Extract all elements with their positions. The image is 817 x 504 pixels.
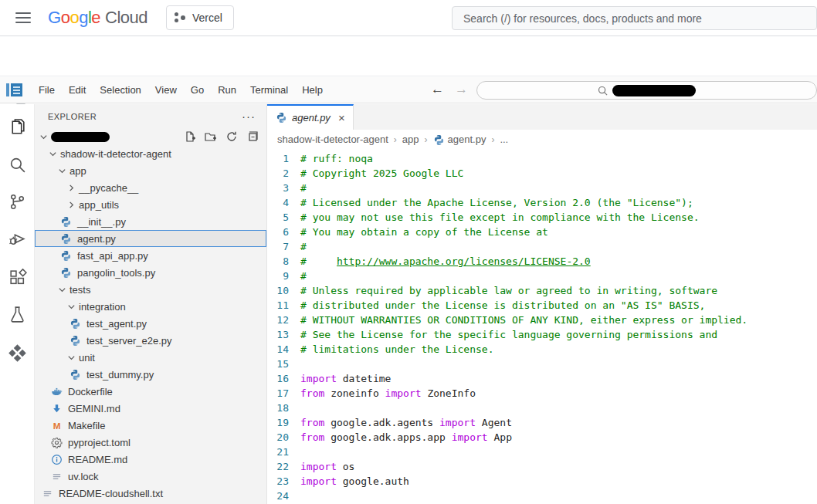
- menu-item-help[interactable]: Help: [295, 80, 330, 100]
- menu-item-selection[interactable]: Selection: [93, 80, 147, 100]
- tree-file-Makefile[interactable]: MMakefile: [35, 417, 266, 434]
- tree-folder-app_utils[interactable]: app_utils: [35, 196, 266, 213]
- line-number: 14: [267, 342, 300, 357]
- refresh-icon[interactable]: [225, 130, 238, 143]
- google-logo-letter: o: [61, 8, 70, 27]
- code-line: 13# See the License for the specific lan…: [267, 327, 817, 342]
- tree-file-Dockerfile[interactable]: Dockerfile: [35, 383, 266, 400]
- tree-folder-integration[interactable]: integration: [35, 298, 266, 315]
- code-line: 24: [267, 489, 817, 503]
- extensions-icon[interactable]: [8, 268, 27, 287]
- git-branch-icon[interactable]: [8, 192, 27, 211]
- breadcrumb-segment[interactable]: shadow-it-detector-agent: [277, 134, 388, 145]
- tree-file-pyproject.toml[interactable]: pyproject.toml: [35, 434, 266, 451]
- google-cloud-logo[interactable]: Google Cloud: [48, 8, 147, 28]
- project-selector-button[interactable]: Vercel: [166, 5, 234, 30]
- tree-file-uv.lock[interactable]: uv.lock: [35, 468, 266, 485]
- tree-file-fast_api_app.py[interactable]: fast_api_app.py: [35, 247, 266, 264]
- tree-file-README.md[interactable]: README.md: [35, 451, 266, 468]
- code-line: 12# WITHOUT WARRANTIES OR CONDITIONS OF …: [267, 313, 817, 327]
- debug-icon[interactable]: [8, 229, 27, 249]
- tree-file-test_server_e2e.py[interactable]: test_server_e2e.py: [35, 332, 266, 349]
- line-number: 21: [267, 445, 300, 459]
- global-search-bar[interactable]: [452, 6, 817, 30]
- line-number: 23: [267, 474, 300, 489]
- code-line: 14# limitations under the License.: [267, 342, 817, 357]
- tree-item-label: test_dummy.py: [86, 369, 154, 381]
- explorer-title: EXPLORER: [48, 112, 97, 121]
- tree-file-__init__.py[interactable]: __init__.py: [35, 213, 266, 230]
- code-text: from google.adk.agents import Agent: [300, 415, 512, 430]
- code-line: 1# ruff: noqa: [267, 151, 817, 166]
- command-search-box[interactable]: [476, 81, 817, 100]
- tab-label: agent.py: [292, 112, 331, 123]
- code-text: import datetime: [300, 371, 391, 386]
- new-folder-icon[interactable]: [205, 130, 217, 143]
- breadcrumb-segment[interactable]: ...: [500, 134, 508, 145]
- tree-file-pangolin_tools.py[interactable]: pangolin_tools.py: [35, 264, 266, 281]
- tab-agent-py[interactable]: agent.py ×: [267, 104, 354, 130]
- makefile-icon: M: [50, 419, 63, 431]
- code-token: Agent: [476, 417, 512, 428]
- tree-item-label: __pycache__: [79, 182, 138, 194]
- navigate-forward-icon[interactable]: →: [455, 82, 468, 97]
- cloud-logo-text: Cloud: [105, 8, 147, 28]
- code-line: 15: [267, 357, 817, 371]
- menu-item-view[interactable]: View: [148, 80, 184, 100]
- new-file-icon[interactable]: [184, 130, 196, 143]
- line-number: 4: [267, 195, 300, 210]
- python-icon: [433, 134, 444, 145]
- code-token: # Unless required by applicable law or a…: [300, 285, 717, 296]
- menu-item-terminal[interactable]: Terminal: [243, 80, 295, 100]
- menu-item-edit[interactable]: Edit: [62, 80, 93, 100]
- menu-item-file[interactable]: File: [32, 80, 62, 100]
- cloud-code-icon[interactable]: [8, 343, 27, 363]
- chevron-right-icon: [65, 198, 77, 211]
- navigate-back-icon[interactable]: ←: [431, 82, 444, 97]
- beaker-icon[interactable]: [8, 305, 27, 324]
- text-file-icon: [41, 487, 53, 499]
- code-token: # you may not use this file except in co…: [300, 211, 700, 223]
- tree-folder-tests[interactable]: tests: [35, 281, 266, 298]
- hamburger-menu-icon[interactable]: [15, 12, 31, 23]
- tree-file-GEMINI.md[interactable]: GEMINI.md: [35, 400, 266, 417]
- code-token: #: [300, 182, 307, 194]
- line-number: 7: [267, 239, 300, 254]
- breadcrumb-label: app: [402, 134, 419, 145]
- collapse-all-icon[interactable]: [246, 130, 259, 143]
- code-editor[interactable]: 1# ruff: noqa2# Copyright 2025 Google LL…: [267, 149, 817, 504]
- code-text: from google.adk.apps.app import App: [300, 430, 512, 445]
- search-icon[interactable]: [8, 155, 27, 174]
- tree-file-README-cloudshell.txt[interactable]: README-cloudshell.txt: [35, 485, 266, 502]
- explorer-more-actions-icon[interactable]: ···: [242, 113, 256, 120]
- close-tab-icon[interactable]: ×: [338, 112, 345, 123]
- code-text: # Licensed under the Apache License, Ver…: [300, 195, 693, 210]
- tree-folder-root[interactable]: [35, 128, 266, 145]
- breadcrumb-segment[interactable]: app: [402, 134, 419, 145]
- search-icon: [598, 86, 608, 96]
- svg-text:M: M: [53, 420, 60, 430]
- code-token: #: [300, 270, 307, 282]
- breadcrumb-label: shadow-it-detector-agent: [277, 134, 388, 145]
- code-line: 3#: [267, 181, 817, 195]
- menu-item-go[interactable]: Go: [184, 80, 211, 100]
- files-icon[interactable]: [8, 118, 27, 137]
- tree-item-label: test_agent.py: [86, 318, 147, 330]
- code-line: 20from google.adk.apps.app import App: [267, 430, 817, 445]
- tree-folder-__pycache__[interactable]: __pycache__: [35, 179, 266, 196]
- tree-file-agent.py[interactable]: agent.py: [35, 230, 266, 247]
- tree-folder-app[interactable]: app: [35, 162, 266, 179]
- breadcrumb-segment[interactable]: agent.py: [433, 134, 486, 145]
- google-logo-letter: g: [79, 8, 88, 27]
- tree-folder-unit[interactable]: unit: [35, 349, 266, 366]
- python-icon: [59, 249, 72, 262]
- line-number: 2: [267, 166, 300, 181]
- menu-item-run[interactable]: Run: [211, 80, 243, 100]
- tree-file-test_dummy.py[interactable]: test_dummy.py: [35, 366, 266, 383]
- tree-file-test_agent.py[interactable]: test_agent.py: [35, 315, 266, 332]
- tree-folder-shadow-it-detector-agent[interactable]: shadow-it-detector-agent: [35, 145, 266, 162]
- global-search-input[interactable]: [453, 7, 816, 29]
- code-text: # See the License for the specific langu…: [300, 327, 717, 342]
- tree-item-label: README.md: [68, 454, 127, 465]
- code-line: 19from google.adk.agents import Agent: [267, 415, 817, 430]
